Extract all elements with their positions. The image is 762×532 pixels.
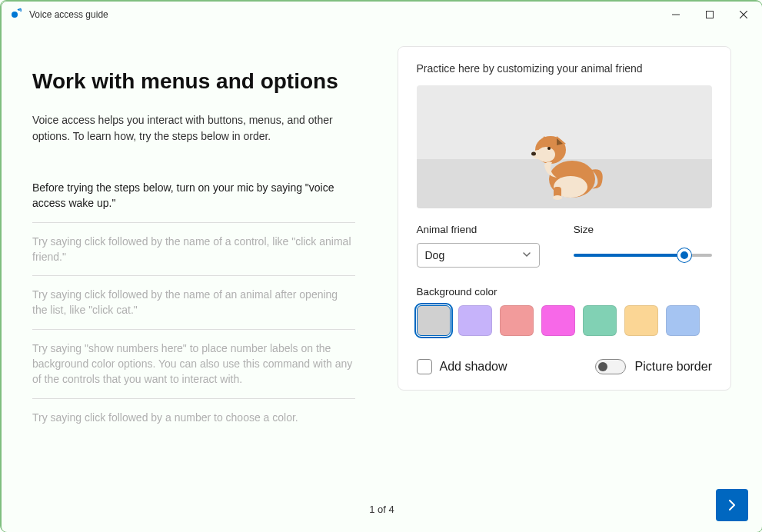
voice-access-icon	[11, 7, 23, 22]
practice-card: Practice here by customizing your animal…	[398, 46, 732, 391]
size-field: Size	[574, 224, 712, 268]
window-title: Voice access guide	[29, 9, 108, 20]
window-controls	[659, 2, 760, 27]
color-swatch-mint[interactable]	[583, 305, 617, 336]
background-color-swatches	[417, 305, 713, 336]
size-label: Size	[574, 224, 712, 235]
minimize-button[interactable]	[659, 2, 693, 27]
svg-point-0	[12, 12, 18, 18]
picture-border-label: Picture border	[635, 360, 713, 374]
dog-illustration	[518, 116, 611, 201]
color-swatch-magenta[interactable]	[541, 305, 575, 336]
color-swatch-light-blue[interactable]	[666, 305, 700, 336]
size-slider-thumb[interactable]	[677, 248, 691, 262]
size-slider[interactable]	[574, 243, 712, 268]
chevron-right-icon	[725, 498, 739, 512]
add-shadow-control: Add shadow	[417, 359, 507, 374]
pager: 1 of 4	[369, 504, 394, 515]
page-description: Voice access helps you interact with but…	[32, 112, 355, 145]
step-2: Try saying click followed by the name of…	[32, 223, 355, 277]
color-swatch-gray[interactable]	[417, 305, 451, 336]
animal-preview	[417, 85, 713, 208]
practice-heading: Practice here by customizing your animal…	[417, 62, 713, 75]
picture-border-toggle[interactable]	[595, 359, 626, 374]
steps-list: Before trying the steps below, turn on y…	[32, 169, 367, 436]
svg-point-12	[531, 152, 536, 156]
svg-point-13	[547, 147, 551, 150]
animal-friend-select[interactable]: Dog	[417, 243, 540, 268]
step-4: Try saying "show numbers here" to place …	[32, 330, 355, 399]
footer: 1 of 4	[2, 486, 762, 532]
next-button[interactable]	[716, 489, 748, 521]
svg-point-8	[553, 195, 562, 200]
animal-friend-label: Animal friend	[417, 224, 555, 235]
add-shadow-label: Add shadow	[440, 360, 507, 374]
maximize-button[interactable]	[693, 2, 727, 27]
titlebar: Voice access guide	[2, 2, 762, 28]
animal-friend-field: Animal friend Dog	[417, 224, 555, 268]
color-swatch-peach[interactable]	[624, 305, 658, 336]
picture-border-control: Picture border	[595, 359, 713, 374]
practice-pane: Practice here by customizing your animal…	[398, 46, 732, 436]
add-shadow-checkbox[interactable]	[417, 359, 432, 374]
step-5: Try saying click followed by a number to…	[32, 399, 355, 436]
color-swatch-salmon[interactable]	[500, 305, 534, 336]
step-3: Try saying click followed by the name of…	[32, 276, 355, 330]
step-1: Before trying the steps below, turn on y…	[32, 169, 355, 223]
animal-friend-value: Dog	[425, 249, 445, 261]
svg-rect-2	[707, 12, 714, 18]
close-button[interactable]	[727, 2, 760, 27]
content: Work with menus and options Voice access…	[2, 28, 762, 436]
background-color-label: Background color	[417, 286, 713, 298]
chevron-down-icon	[522, 249, 531, 261]
titlebar-left: Voice access guide	[11, 7, 108, 22]
instructions-pane: Work with menus and options Voice access…	[32, 46, 367, 436]
page-title: Work with menus and options	[32, 69, 367, 94]
color-swatch-lavender[interactable]	[458, 305, 492, 336]
